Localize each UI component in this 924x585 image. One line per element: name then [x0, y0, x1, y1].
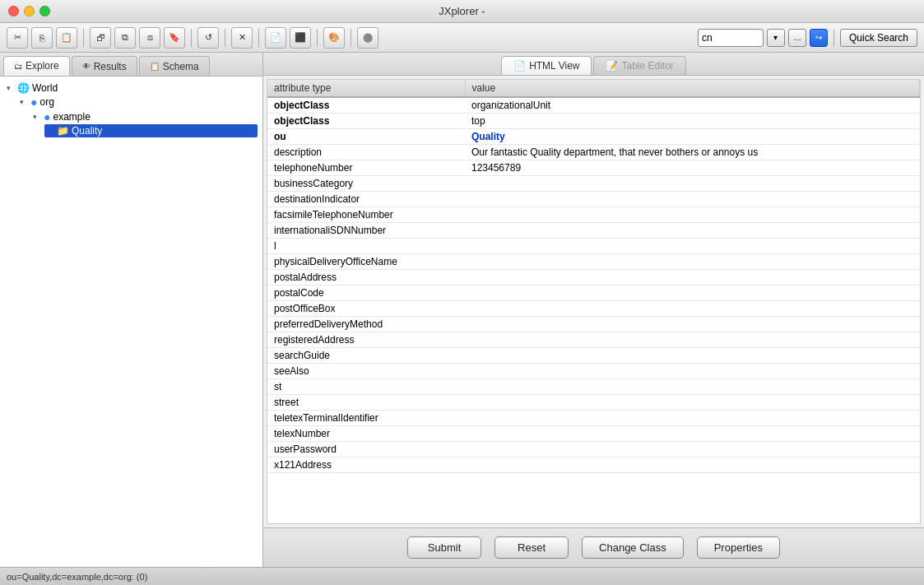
org-icon: ● [30, 95, 37, 109]
status-bar: ou=Quality,dc=example,dc=org: (0) [0, 567, 924, 585]
table-editor-icon: 📝 [606, 60, 618, 72]
window-controls[interactable] [8, 6, 50, 16]
paste-entry-button[interactable]: ⧈ [139, 27, 160, 49]
table-row: searchGuide [267, 348, 920, 364]
attr-value-cell [465, 270, 920, 286]
attribute-table: attribute type value objectClassorganiza… [267, 80, 920, 473]
attr-name-cell: physicalDeliveryOfficeName [267, 254, 465, 270]
table-row: telexNumber [267, 426, 920, 442]
attr-value-cell [465, 176, 920, 192]
table-row: x121Address [267, 457, 920, 473]
col-attribute-type: attribute type [267, 80, 465, 97]
tab-schema[interactable]: 📋 Schema [139, 56, 210, 76]
new-window-button[interactable]: 🗗 [90, 27, 111, 49]
attr-value-cell: organizationalUnit [465, 97, 920, 114]
table-row: internationaliSDNNumber [267, 223, 920, 239]
delete-button[interactable]: ✕ [231, 27, 253, 49]
html-view-label: HTML View [529, 60, 579, 72]
attr-value-cell [465, 223, 920, 239]
attr-name-cell: x121Address [267, 457, 465, 473]
copy-button[interactable]: ⎘ [31, 27, 53, 49]
tab-schema-label: Schema [163, 61, 199, 72]
schema-icon: 📋 [150, 62, 160, 71]
attr-name-cell: seeAlso [267, 364, 465, 379]
copy-entry-button[interactable]: ⧉ [114, 27, 136, 49]
table-row: userPassword [267, 442, 920, 457]
cn-action-button[interactable]: … [788, 29, 806, 47]
attr-name-cell: l [267, 239, 465, 254]
colors-button[interactable]: 🎨 [323, 27, 345, 49]
table-row: ouQuality [267, 129, 920, 145]
quality-label: Quality [72, 125, 102, 137]
quick-search-button[interactable]: Quick Search [840, 29, 917, 47]
attr-value-cell [465, 364, 920, 379]
cn-dropdown-button[interactable]: ▾ [767, 29, 785, 47]
org-label: org [39, 96, 53, 108]
attr-value-cell: Quality [465, 129, 920, 145]
split-button[interactable]: ⬛ [290, 27, 311, 49]
example-label: example [53, 111, 90, 123]
change-class-button[interactable]: Change Class [582, 536, 684, 559]
attr-name-cell: telexNumber [267, 426, 465, 442]
attr-value-cell [465, 348, 920, 364]
sep1 [83, 29, 84, 47]
close-button[interactable] [8, 6, 19, 16]
cn-input[interactable] [698, 29, 764, 47]
cn-search-button[interactable]: ↪ [810, 29, 828, 47]
new-entry-button[interactable]: 📄 [265, 27, 286, 49]
attr-value-cell [465, 207, 920, 223]
tab-results[interactable]: 👁 Results [72, 56, 137, 76]
tab-table-editor[interactable]: 📝 Table Editor [593, 56, 685, 75]
tab-explore-label: Explore [26, 60, 59, 72]
attr-name-cell: description [267, 145, 465, 160]
table-row: objectClasstop [267, 114, 920, 129]
paste-button[interactable]: 📋 [56, 27, 77, 49]
tree-children-world: ● org ● example 📁 Qua [18, 95, 258, 137]
bookmark-button[interactable]: 🔖 [164, 27, 185, 49]
sep6 [351, 29, 351, 47]
tab-explore[interactable]: 🗂 Explore [3, 56, 70, 76]
tree-item-org[interactable]: ● org [18, 95, 258, 109]
col-value: value [465, 80, 920, 97]
title-bar: JXplorer - [0, 0, 924, 23]
toolbar: ✂ ⎘ 📋 🗗 ⧉ ⧈ 🔖 ↺ ✕ 📄 ⬛ 🎨 ⬤ ▾ … ↪ Quick Se… [0, 23, 924, 53]
attr-name-cell: businessCategory [267, 176, 465, 192]
refresh-button[interactable]: ↺ [197, 27, 219, 49]
stop-button[interactable]: ⬤ [357, 27, 378, 49]
tree-item-example[interactable]: ● example [31, 109, 258, 124]
submit-button[interactable]: Submit [407, 536, 481, 559]
tab-results-label: Results [94, 61, 127, 72]
tree-item-quality[interactable]: 📁 Quality [44, 124, 258, 137]
attr-name-cell: userPassword [267, 442, 465, 457]
table-row: st [267, 379, 920, 395]
attr-name-cell: preferredDeliveryMethod [267, 317, 465, 332]
app-title: JXplorer - [439, 5, 485, 17]
table-row: postalCode [267, 286, 920, 301]
quality-icon: 📁 [57, 125, 69, 137]
tab-html-view[interactable]: 📄 HTML View [501, 56, 592, 75]
attr-value-cell [465, 395, 920, 411]
attr-name-cell: facsimileTelephoneNumber [267, 207, 465, 223]
table-row: physicalDeliveryOfficeName [267, 254, 920, 270]
maximize-button[interactable] [39, 6, 50, 16]
reset-button[interactable]: Reset [495, 536, 569, 559]
minimize-button[interactable] [24, 6, 35, 16]
attr-value-cell [465, 457, 920, 473]
tree-children-example: 📁 Quality [44, 124, 258, 137]
table-row: seeAlso [267, 364, 920, 379]
attr-name-cell: teletexTerminalIdentifier [267, 411, 465, 426]
attr-value-cell [465, 442, 920, 457]
properties-button[interactable]: Properties [697, 536, 780, 559]
attr-value-cell: 123456789 [465, 160, 920, 176]
attr-name-cell: ou [267, 129, 465, 145]
table-row: destinationIndicator [267, 192, 920, 207]
status-text: ou=Quality,dc=example,dc=org: (0) [7, 572, 147, 582]
attr-name-cell: objectClass [267, 114, 465, 129]
sep5 [317, 29, 318, 47]
attr-value-cell [465, 286, 920, 301]
tree-area[interactable]: 🌐 World ● org ● example [0, 77, 262, 567]
attr-value-cell [465, 317, 920, 332]
tree-item-world[interactable]: 🌐 World [5, 81, 258, 95]
main-content: 🗂 Explore 👁 Results 📋 Schema 🌐 World [0, 53, 924, 567]
cut-button[interactable]: ✂ [7, 27, 28, 49]
